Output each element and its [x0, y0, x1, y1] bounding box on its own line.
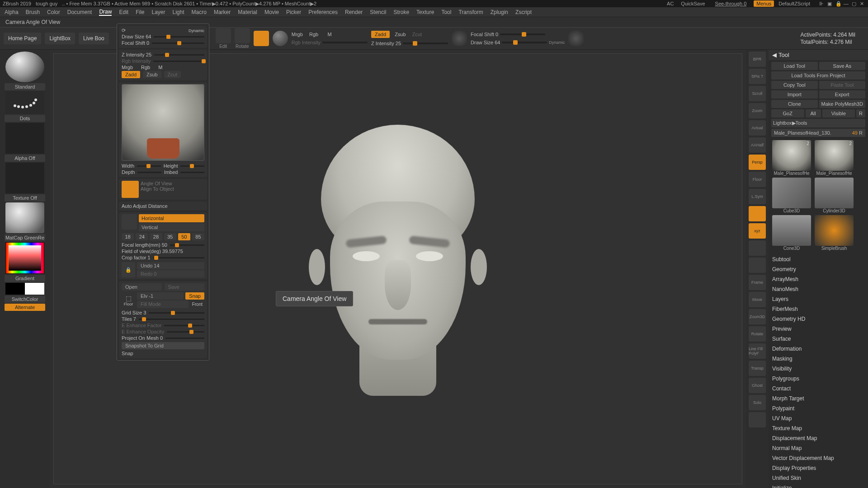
dock-icon[interactable]: ▣	[827, 1, 833, 6]
rstrip-scroll[interactable]: Scroll	[749, 86, 766, 101]
dp-rgb[interactable]: Rgb	[141, 65, 150, 70]
tool-section-contact[interactable]: Contact	[769, 384, 868, 394]
dp-open[interactable]: Open	[122, 283, 162, 291]
menu-marker[interactable]: Marker	[214, 9, 231, 15]
dp-eeo[interactable]: E Enhance Opacity	[122, 329, 164, 334]
sphere-mode-icon[interactable]	[273, 31, 288, 46]
fl-18[interactable]: 18	[122, 233, 134, 240]
tool-section-subtool[interactable]: Subtool	[769, 254, 868, 264]
tool-section-masking[interactable]: Masking	[769, 354, 868, 364]
tool-thumb-2[interactable]: Cube3D	[771, 178, 812, 213]
menu-transform[interactable]: Transform	[458, 9, 483, 15]
lock-icon[interactable]: 🔒	[122, 262, 135, 277]
tool-section-polypaint[interactable]: Polypaint	[769, 404, 868, 413]
rstrip-actual[interactable]: Actual	[749, 120, 766, 136]
dp-drawsize-slider[interactable]	[154, 36, 204, 38]
goz-all-button[interactable]: All	[806, 109, 821, 117]
tool-section-uv-map[interactable]: UV Map	[769, 413, 868, 423]
tool-section-displacement-map[interactable]: Displacement Map	[769, 433, 868, 443]
tool-section-preview[interactable]: Preview	[769, 324, 868, 334]
dp-horizontal[interactable]: Horizontal	[139, 214, 204, 222]
rstrip-move[interactable]: Move	[749, 292, 766, 307]
menu-texture[interactable]: Texture	[416, 9, 434, 15]
tool-section-deformation[interactable]: Deformation	[769, 344, 868, 354]
lock-icon[interactable]: 🔒	[835, 1, 841, 6]
menu-document[interactable]: Document	[67, 9, 92, 15]
camera-icon[interactable]	[122, 214, 137, 230]
focalshift-slider[interactable]	[500, 33, 545, 35]
brush-name[interactable]: Standard	[5, 83, 45, 90]
persp-icon[interactable]	[122, 181, 139, 198]
focal-preview-icon[interactable]	[452, 31, 467, 46]
menu-render[interactable]: Render	[345, 9, 363, 15]
menu-brush[interactable]: Brush	[26, 9, 40, 15]
tool-thumb-4[interactable]: Cone3D	[771, 215, 812, 251]
rstrip-line-fill-polyf[interactable]: Line Fill PolyF	[749, 343, 766, 359]
fl-24[interactable]: 24	[136, 233, 148, 240]
dp-tiles[interactable]: Tiles 7	[122, 316, 136, 322]
rstrip-transp[interactable]: Transp	[749, 361, 766, 376]
tool-section-display-properties[interactable]: Display Properties	[769, 463, 868, 473]
rstrip-btn[interactable]	[749, 258, 766, 273]
dp-focal-slider[interactable]	[152, 42, 204, 44]
rgb-label[interactable]: Rgb	[309, 32, 318, 37]
menu-draw[interactable]: Draw	[99, 9, 112, 16]
gradient-label[interactable]: Gradient	[5, 275, 45, 282]
dp-save[interactable]: Save	[165, 283, 205, 291]
fl-35[interactable]: 35	[164, 233, 176, 240]
load-project-button[interactable]: Load Tools From Project	[771, 71, 865, 80]
menu-zscript[interactable]: Zscript	[515, 9, 532, 15]
tool-section-visibility[interactable]: Visibility	[769, 364, 868, 374]
import-button[interactable]: Import	[771, 90, 818, 99]
menu-preferences[interactable]: Preferences	[308, 9, 338, 15]
tool-section-normal-map[interactable]: Normal Map	[769, 443, 868, 453]
clone-button[interactable]: Clone	[771, 100, 818, 108]
goz-r-button[interactable]: R	[856, 109, 865, 117]
material-thumbnail[interactable]	[5, 202, 44, 233]
draw-mode-icon[interactable]	[254, 31, 269, 46]
menu-stroke[interactable]: Stroke	[393, 9, 409, 15]
rstrip-rotate[interactable]: Rotate	[749, 326, 766, 342]
arrow-left-icon[interactable]: ◀	[772, 52, 777, 58]
dp-elv[interactable]: Elv -1	[137, 292, 184, 300]
fl-50[interactable]: 50	[178, 233, 190, 240]
goz-button[interactable]: GoZ	[771, 109, 804, 117]
dp-aov[interactable]: Angle Of View	[141, 181, 204, 186]
menu-edit[interactable]: Edit	[119, 9, 128, 15]
drawsize-label[interactable]: Draw Size 64	[471, 40, 500, 45]
rstrip-solo[interactable]: Solo	[749, 395, 766, 410]
brush-thumbnail[interactable]	[5, 52, 44, 82]
tool-thumb-5[interactable]: SimpleBrush	[814, 215, 854, 251]
dp-fov[interactable]: Field of view(deg) 39.59775	[122, 249, 183, 254]
dp-dynamic[interactable]: Dynamic	[189, 28, 204, 33]
dp-front[interactable]: Front	[190, 300, 204, 308]
dp-height[interactable]: Height	[164, 163, 178, 169]
paste-tool-button[interactable]: Paste Tool	[819, 81, 866, 89]
save-as-button[interactable]: Save As	[819, 62, 866, 70]
tool-section-surface[interactable]: Surface	[769, 334, 868, 344]
tool-section-unified-skin[interactable]: Unified Skin	[769, 473, 868, 483]
dp-snap[interactable]: Snap	[185, 292, 204, 300]
dp-fill[interactable]: Fill Mode	[137, 300, 189, 308]
dp-rgbint-slider[interactable]	[153, 61, 204, 62]
dp-redo[interactable]: Redo 0	[137, 270, 204, 277]
goz-visible-button[interactable]: Visible	[822, 109, 855, 117]
dp-eef[interactable]: E Enhance Factor	[122, 323, 161, 328]
close-icon[interactable]: ✕	[860, 1, 865, 6]
menu-picker[interactable]: Picker	[286, 9, 301, 15]
rgbint-slider[interactable]	[322, 42, 368, 43]
menu-color[interactable]: Color	[47, 9, 60, 15]
size-preview-icon[interactable]	[568, 31, 584, 46]
tool-section-texture-map[interactable]: Texture Map	[769, 423, 868, 433]
dp-zsub[interactable]: Zsub	[143, 71, 161, 78]
tool-section-arraymesh[interactable]: ArrayMesh	[769, 274, 868, 284]
copy-tool-button[interactable]: Copy Tool	[771, 81, 818, 89]
color-swatches[interactable]	[5, 283, 44, 295]
material-name[interactable]: MatCap GreenRe	[5, 234, 45, 241]
dp-width[interactable]: Width	[122, 163, 134, 169]
load-tool-button[interactable]: Load Tool	[771, 62, 818, 70]
edit-icon[interactable]	[216, 28, 231, 43]
menu-movie[interactable]: Movie	[264, 9, 279, 15]
rstrip-zoom3d[interactable]: Zoom3D	[749, 309, 766, 324]
tool-r[interactable]: R	[859, 130, 863, 136]
